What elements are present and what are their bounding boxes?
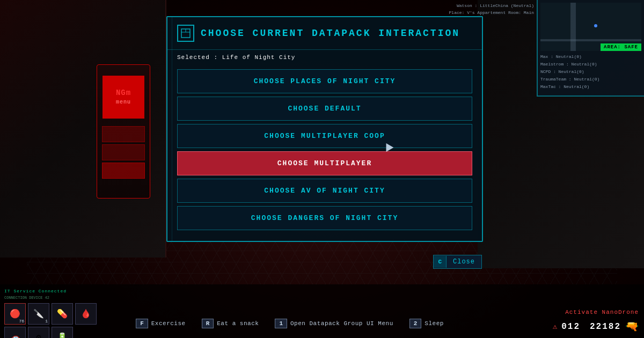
kiosk-screen: NGmmenu <box>103 76 144 119</box>
dialog-title: CHOOSE CURRENT DATAPACK INTERACTION <box>201 28 460 39</box>
close-key: C <box>434 256 447 268</box>
area-safe-badge: AREA: SAFE <box>601 43 641 51</box>
slot-count-0: 76 <box>19 319 24 324</box>
left-wall: NGmmenu <box>0 0 166 258</box>
btn-dangers[interactable]: CHOOSE DANGERS OF NIGHT CITY <box>177 206 472 230</box>
slot-icon-3: 🩸 <box>80 308 91 319</box>
dialog-panel: CHOOSE CURRENT DATAPACK INTERACTION Sele… <box>166 16 483 242</box>
action-hint-1: 1 Open Datapack Group UI Menu <box>275 319 393 328</box>
btn-multiplayer[interactable]: CHOOSE MULTIPLAYER <box>177 151 472 175</box>
action-hint-f: F Excercise <box>136 319 186 328</box>
minimap-stat-ncpd: NCPD : Neutral(0) <box>540 69 641 75</box>
action-label-1: Open Datapack Group UI Menu <box>290 320 393 327</box>
minimap-stats: Max : Neutral(0) Maelstrom : Neutral(0) … <box>540 54 641 90</box>
currency-value: 22182 <box>590 322 621 332</box>
location-label: Watson : LittleChina (Neutral) <box>449 3 534 10</box>
minimap-stat-maelstrom: Maelstrom : Neutral(0) <box>540 61 641 68</box>
close-button-wrap: C Close <box>433 255 482 269</box>
slot-icon-5: ⚙ <box>36 332 41 338</box>
btn-coop[interactable]: CHOOSE MULTIPLAYER COOP <box>177 124 472 148</box>
action-label-f: Excercise <box>151 320 186 327</box>
inv-slot-1[interactable]: 🔪 1 <box>28 303 49 325</box>
minimap-stat-trauma: TraumaTeam : Neutral(0) <box>540 76 641 83</box>
top-right-hud: Watson : LittleChina (Neutral) Place: V'… <box>449 3 534 17</box>
action-key-1: 1 <box>275 319 287 328</box>
action-hints: F Excercise R Eat a snack 1 Open Datapac… <box>107 319 472 328</box>
slot-icon-6: 🔋 <box>57 332 68 338</box>
slot-icon-0: 🔴 <box>10 308 20 319</box>
inv-slot-5[interactable]: ⚙ 5 <box>28 327 49 338</box>
minimap-stat-max: Max : Neutral(0) <box>540 54 641 60</box>
btn-av[interactable]: CHOOSE AV OF NIGHT CITY <box>177 179 472 203</box>
currency-row: ⚠ 012 22182 🔫 <box>553 320 639 333</box>
action-key-r: R <box>202 319 214 328</box>
inv-slot-4[interactable]: 🚗 <box>4 327 26 338</box>
action-key-f: F <box>136 319 148 328</box>
selected-value: Life of Night City <box>222 54 296 61</box>
danger-icon: ⚠ <box>553 322 557 331</box>
weapon-icon: 🔫 <box>625 320 639 333</box>
slot-count-1: 1 <box>45 319 48 324</box>
close-button[interactable]: C Close <box>433 255 482 269</box>
place-label: Place: V's Appartement Room: Main <box>449 10 534 17</box>
btn-places[interactable]: CHOOSE PLACES OF NIGHT CITY <box>177 69 472 93</box>
danger-count: 012 <box>561 322 580 332</box>
bottom-right-hud: Activate NanoDrone ⚠ 012 22182 🔫 <box>553 309 639 335</box>
selected-label: Selected : <box>177 54 218 61</box>
inv-slot-3[interactable]: 🩸 <box>75 303 97 325</box>
dialog-header: CHOOSE CURRENT DATAPACK INTERACTION <box>167 17 482 50</box>
dialog-buttons: CHOOSE PLACES OF NIGHT CITY CHOOSE DEFAU… <box>167 65 482 241</box>
action-hint-r: R Eat a snack <box>202 319 259 328</box>
dialog-selected: Selected : Life of Night City <box>167 50 482 65</box>
minimap-stat-maxtac: MaxTac : Neutral(0) <box>540 84 641 90</box>
inv-slot-6[interactable]: 🔋 6 <box>52 327 73 338</box>
nano-drone-label: Activate NanoDrone <box>553 309 639 315</box>
inv-slot-2[interactable]: 💊 <box>52 303 73 325</box>
slot-icon-2: 💊 <box>57 308 68 319</box>
close-label: Close <box>447 255 481 268</box>
slot-icon-1: 🔪 <box>33 308 44 319</box>
inv-status2: CONNECTION DEVICE 42 <box>4 296 103 300</box>
minimap-content: AREA: SAFE <box>540 3 641 51</box>
btn-default[interactable]: CHOOSE DEFAULT <box>177 97 472 121</box>
slot-icon-4: 🚗 <box>10 332 20 338</box>
action-label-2: Sleep <box>425 320 444 327</box>
action-key-2: 2 <box>409 319 422 328</box>
dialog-icon <box>177 25 194 42</box>
action-label-r: Eat a snack <box>217 320 259 327</box>
kiosk: NGmmenu <box>97 64 150 199</box>
inv-slot-0[interactable]: 🔴 76 <box>4 303 26 325</box>
inventory-bar: IT Service Connected CONNECTION DEVICE 4… <box>0 284 107 338</box>
action-hint-2: 2 Sleep <box>409 319 444 328</box>
inv-status1: IT Service Connected <box>4 289 103 293</box>
minimap: AREA: SAFE Max : Neutral(0) Maelstrom : … <box>537 0 644 97</box>
inv-top-slots: 🔴 76 🔪 1 💊 🩸 <box>4 303 103 325</box>
